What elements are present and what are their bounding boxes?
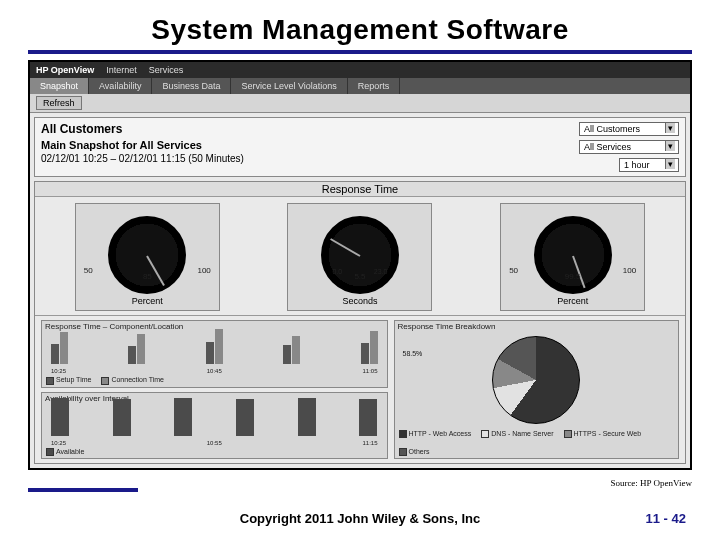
gauges-row: 50 100 85 Percent 0.0 23.0 5.5 Seconds <box>35 197 685 316</box>
legend-item: HTTP - Web Access <box>409 430 472 437</box>
title-divider <box>28 50 692 54</box>
charts-row: Response Time – Component/Location 10:25… <box>35 316 685 463</box>
snapshot-header: All Customers Main Snapshot for All Serv… <box>34 117 686 177</box>
gauge-3-caption: Percent <box>557 295 588 306</box>
grouped-bar-chart: Response Time – Component/Location 10:25… <box>41 320 388 388</box>
legend-item: Available <box>56 448 84 455</box>
gauge-3-value: 99.5 <box>565 272 581 281</box>
gauge-1-caption: Percent <box>132 295 163 306</box>
topbar-link-internet[interactable]: Internet <box>106 65 137 75</box>
legend-item: Connection Time <box>111 376 164 383</box>
gauge-2-canvas: 0.0 23.0 5.5 <box>292 208 427 295</box>
x-tick: 11:15 <box>362 440 377 446</box>
source-label: Source: HP OpenView <box>610 478 692 488</box>
legend-item: Setup Time <box>56 376 91 383</box>
snapshot-subtitle: Main Snapshot for All Services <box>41 138 244 152</box>
gauge-2-sub-left: 0.0 <box>332 268 342 275</box>
availability-bar-legend: Available <box>42 447 387 458</box>
gauge-2-caption: Seconds <box>342 295 377 306</box>
gauge-availability: 50 100 85 Percent <box>75 203 220 311</box>
snapshot-range: 02/12/01 10:25 – 02/12/01 11:15 (50 Minu… <box>41 152 244 165</box>
grouped-bars <box>51 324 378 364</box>
gauge-3-right-tick: 100 <box>623 266 636 275</box>
gauge-availability-2: 50 100 99.5 Percent <box>500 203 645 311</box>
pie-legend: HTTP - Web Access DNS - Name Server HTTP… <box>395 429 679 458</box>
brand-label: HP OpenView <box>36 65 94 75</box>
main-panel: Response Time 50 100 85 Percent 0.0 <box>34 181 686 464</box>
snapshot-title: All Customers <box>41 122 244 138</box>
customer-select[interactable]: All Customers <box>579 122 679 136</box>
page-number: 11 - 42 <box>646 511 686 526</box>
tab-snapshot[interactable]: Snapshot <box>30 78 89 94</box>
snapshot-info: All Customers Main Snapshot for All Serv… <box>41 122 244 165</box>
gauge-2-sub-right: 23.0 <box>374 268 388 275</box>
interval-select[interactable]: 1 hour <box>619 158 679 172</box>
tab-bar: Snapshot Availability Business Data Serv… <box>30 78 690 94</box>
legend-item: Others <box>409 448 430 455</box>
gauge-2-value: 5.5 <box>354 272 365 281</box>
service-select[interactable]: All Services <box>579 140 679 154</box>
x-tick: 11:05 <box>362 368 377 374</box>
pie-icon <box>492 336 580 424</box>
pie-chart-panel: Response Time Breakdown 58.5% HTTP - Web… <box>394 320 680 459</box>
x-tick: 10:25 <box>51 440 66 446</box>
topbar-link-services[interactable]: Services <box>149 65 184 75</box>
gauge-1-canvas: 50 100 85 <box>80 208 215 295</box>
refresh-button[interactable]: Refresh <box>36 96 82 110</box>
copyright-label: Copyright 2011 John Wiley & Sons, Inc <box>0 511 720 526</box>
pie-body: 58.5% <box>395 332 679 429</box>
availability-bar-body: 10:25 10:55 11:15 <box>45 405 384 446</box>
pie-slice-label: 58.5% <box>403 350 423 357</box>
charts-left-column: Response Time – Component/Location 10:25… <box>41 320 388 459</box>
footer-rule <box>28 488 138 492</box>
tab-business-data[interactable]: Business Data <box>152 78 231 94</box>
gauge-3-left-tick: 50 <box>509 266 518 275</box>
grouped-bar-body: 10:25 10:45 11:05 <box>45 333 384 374</box>
pie-title: Response Time Breakdown <box>395 321 679 332</box>
gauge-1-value: 85 <box>143 272 152 281</box>
gauge-1-right-tick: 100 <box>197 266 210 275</box>
tab-reports[interactable]: Reports <box>348 78 401 94</box>
app-topbar: HP OpenView Internet Services <box>30 62 690 78</box>
legend-item: DNS - Name Server <box>491 430 553 437</box>
gauges-section-header: Response Time <box>35 182 685 197</box>
gauge-1-left-tick: 50 <box>84 266 93 275</box>
x-tick: 10:55 <box>207 440 222 446</box>
gauge-3-canvas: 50 100 99.5 <box>505 208 640 295</box>
legend-item: HTTPS - Secure Web <box>574 430 642 437</box>
tab-availability[interactable]: Availability <box>89 78 152 94</box>
snapshot-selectors: All Customers All Services 1 hour <box>579 122 679 172</box>
availability-bar-chart: Availability over Interval 10:25 <box>41 392 388 460</box>
x-tick: 10:45 <box>207 368 222 374</box>
grouped-bar-legend: Setup Time Connection Time <box>42 375 387 386</box>
app-window: HP OpenView Internet Services Snapshot A… <box>28 60 692 470</box>
x-tick: 10:25 <box>51 368 66 374</box>
availability-bars <box>51 396 378 436</box>
toolbar: Refresh <box>30 94 690 113</box>
grouped-bar-xaxis: 10:25 10:45 11:05 <box>45 368 384 374</box>
gauge-response-seconds: 0.0 23.0 5.5 Seconds <box>287 203 432 311</box>
tab-sl-violations[interactable]: Service Level Violations <box>231 78 347 94</box>
availability-bar-xaxis: 10:25 10:55 11:15 <box>45 440 384 446</box>
slide-title: System Management Software <box>0 0 720 50</box>
